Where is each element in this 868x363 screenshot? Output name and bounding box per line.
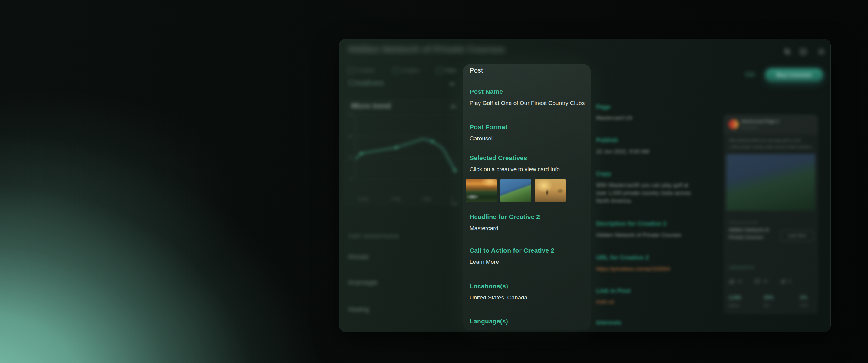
preview-copy-line: With Mastercard® you can play golf at ov…	[729, 138, 813, 142]
field-value-post-format: Carousel	[470, 135, 493, 142]
creative-thumbnail-2[interactable]	[500, 179, 531, 202]
preview-page-name: Mastercard Page 2	[741, 119, 779, 124]
tab-content-label: Content	[356, 67, 375, 73]
stat-value-er: 20%	[764, 295, 774, 300]
primary-action-button[interactable]: Buy Licenses	[765, 68, 823, 82]
y-axis-tick-label: 50	[346, 134, 352, 138]
micro-trend-title: Micro trend	[351, 102, 391, 110]
columns-icon[interactable]	[799, 48, 807, 56]
hashtag-item[interactable]: #carnegie	[348, 278, 377, 287]
preview-headline: Private Courses	[729, 234, 763, 239]
modal-title: Post	[470, 67, 483, 74]
preview-post-image	[726, 154, 815, 211]
post-link[interactable]: mstr.cd	[596, 298, 698, 306]
like-count: 12	[738, 279, 742, 284]
chevron-up-icon[interactable]	[449, 102, 458, 111]
detail-label-publish: Publish	[596, 137, 618, 144]
field-label-post-format: Post Format	[470, 124, 507, 131]
stat-value-ctr: 2%	[800, 295, 807, 300]
micro-trend-chart	[355, 115, 458, 179]
field-label-post-name: Post Name	[470, 88, 503, 95]
field-value-cta: Learn More	[470, 259, 499, 265]
divider	[344, 297, 459, 297]
tab-data[interactable]: Data	[436, 67, 456, 74]
field-label-locations: Locations(s)	[470, 283, 508, 290]
preview-hashtag-line: #golfexperience	[729, 265, 754, 269]
top-hashtags-header: TOP HASHTAGS	[348, 234, 399, 239]
preview-copy-line: 1,000 private country clubs across North…	[729, 145, 813, 149]
x-axis-tick-label: 7 Apr	[451, 197, 457, 206]
divider	[344, 270, 459, 271]
divider	[344, 322, 459, 323]
field-value-post-name: Play Golf at One of Our Finest Country C…	[470, 100, 585, 106]
field-label-cta: Call to Action for Creative 2	[470, 247, 554, 254]
creatives-hint-text: Click on a creative to view card info	[470, 166, 560, 173]
x-axis-tick-label: 7 Mar	[421, 197, 431, 201]
tab-content[interactable]: Content	[347, 67, 375, 74]
comment-icon	[754, 278, 761, 285]
tab-data-icon	[436, 67, 443, 74]
tab-content-icon	[347, 67, 354, 74]
stat-label-ctr: CTR	[800, 303, 808, 308]
detail-label-interests: Interests	[596, 319, 621, 326]
hashtag-item[interactable]: #swing	[348, 305, 369, 314]
detail-value-description: Hidden Network of Private Courses	[596, 231, 698, 239]
screenshot-stage: Hidden Network of Private Courses Conten…	[0, 0, 868, 363]
y-axis-tick-label: 75	[346, 113, 352, 117]
gear-icon[interactable]	[817, 48, 825, 56]
share-count: 9	[789, 279, 791, 284]
detail-label-description: Decription for Creative 2	[596, 220, 666, 227]
preview-page-meta: Sponsored	[741, 126, 757, 129]
stat-label-reach: Reach	[729, 303, 739, 308]
stat-label-er: ER	[764, 303, 769, 308]
preview-cta-button[interactable]: Learn More	[781, 230, 813, 241]
field-label-headline: Headline for Creative 2	[470, 213, 540, 221]
hashtag-item[interactable]: #music	[348, 253, 369, 261]
field-label-selected-creatives: Selected Creatives	[470, 154, 527, 162]
detail-label-link-in-post: Link in Post	[596, 287, 630, 294]
creative-thumbnail-1[interactable]	[466, 179, 497, 202]
tab-insights-label: Insights	[402, 67, 420, 73]
comment-count: 19	[763, 279, 767, 284]
tab-data-label: Data	[445, 67, 456, 73]
share-icon	[780, 278, 786, 285]
detail-value-page: Mastercard US	[596, 114, 698, 122]
detail-label-page: Page	[596, 103, 611, 110]
post-detail-modal: Post Post Name Play Golf at One of Our F…	[463, 64, 591, 330]
layers-icon[interactable]	[783, 48, 792, 56]
tab-insights-icon	[393, 67, 399, 74]
preview-headline: Hidden Network of	[729, 227, 769, 232]
preview-domain: priceless.com	[729, 221, 757, 225]
field-label-languages: Language(s)	[470, 318, 508, 325]
like-icon	[729, 278, 735, 285]
stat-value-reach: 2,356	[729, 295, 741, 300]
field-value-locations: United States, Canada	[470, 294, 527, 301]
x-axis-tick-label: 7 Feb	[390, 197, 400, 201]
y-axis-tick-label: 0	[346, 177, 352, 181]
detail-label-copy: Copy	[596, 170, 611, 177]
like-button[interactable]: 12	[729, 278, 742, 285]
tab-insights[interactable]: Insights	[393, 67, 420, 74]
preview-card-header: Mastercard Page 2 Sponsored	[724, 114, 818, 134]
share-button[interactable]: 9	[780, 278, 791, 285]
chevron-down-icon[interactable]	[447, 79, 457, 88]
x-axis-tick-label: 6 Jan	[359, 197, 368, 201]
field-value-headline: Mastercard	[470, 225, 498, 232]
edit-link[interactable]: Edit	[745, 71, 755, 78]
creative-url-link[interactable]: https://priceless.com/p/163064	[596, 265, 698, 273]
page-title: Hidden Network of Private Courses	[348, 44, 505, 55]
y-axis-tick-label: 25	[346, 156, 352, 160]
detail-value-publish: 22 Jun 2022, 9:00 AM	[596, 147, 698, 156]
comment-button[interactable]: 19	[754, 278, 767, 285]
chart-x-axis-labels: 6 Jan7 Feb7 Mar7 Apr	[355, 197, 458, 203]
creatives-section-header: Creatives	[348, 78, 384, 88]
creative-thumbnail-3[interactable]	[535, 179, 566, 202]
detail-value-copy: With Mastercard® you can play golf at ov…	[596, 181, 698, 205]
post-preview-card: Mastercard Page 2 Sponsored With Masterc…	[723, 114, 818, 314]
detail-label-url: URL for Creative 2	[596, 254, 649, 261]
avatar	[729, 120, 738, 129]
